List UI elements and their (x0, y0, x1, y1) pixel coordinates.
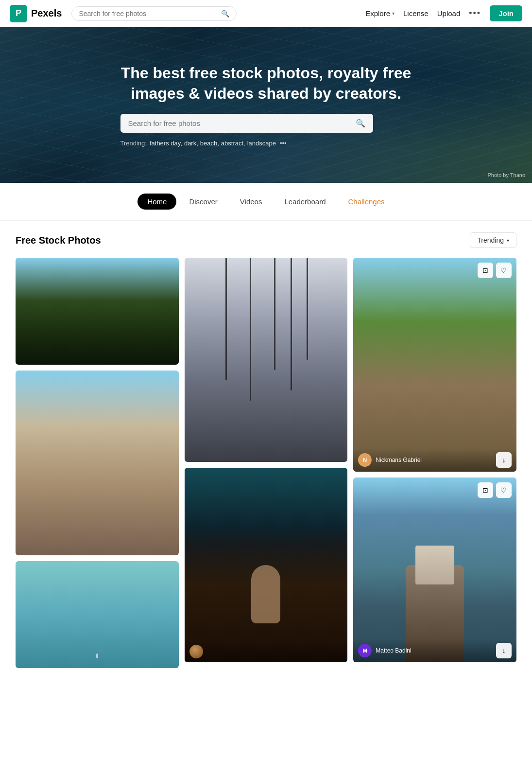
subnav-discover[interactable]: Discover (179, 194, 227, 210)
bookmark-button-coastal[interactable]: ⊡ (478, 482, 493, 498)
heart-icon: ♡ (500, 266, 507, 274)
trending-label: Trending: (120, 140, 147, 147)
navbar-search-container: 🔍 (71, 6, 237, 21)
sort-trending-button[interactable]: Trending ▾ (470, 232, 516, 248)
like-button-hiker[interactable]: ♡ (496, 263, 512, 278)
photo-footer-airport (185, 641, 348, 662)
brand-name: Pexels (31, 8, 62, 19)
author-avatar-hiker: N (358, 453, 372, 467)
author-avatar-airport (189, 645, 203, 658)
author-name-hiker: Nickmans Gabriel (376, 457, 422, 463)
author-name-coastal: Matteo Badini (376, 647, 411, 654)
sort-chevron-icon: ▾ (507, 238, 509, 243)
logo-icon: P (10, 5, 27, 22)
like-button-coastal[interactable]: ♡ (496, 482, 512, 498)
navbar-search-icon: 🔍 (221, 10, 229, 18)
photo-card-forest[interactable] (16, 258, 179, 365)
explore-link[interactable]: Explore ▾ (365, 9, 395, 18)
photo-overlay (16, 258, 179, 365)
download-icon: ↓ (502, 647, 505, 654)
photo-author-airport (189, 645, 203, 658)
section-header: Free Stock Photos Trending ▾ (16, 232, 516, 248)
subnav-challenges[interactable]: Challenges (338, 194, 394, 210)
hero-search-container: 🔍 (120, 114, 373, 133)
author-avatar-coastal: M (358, 644, 372, 657)
photo-overlay (16, 371, 179, 555)
bookmark-icon: ⊡ (482, 486, 488, 494)
trending-item-beach[interactable]: beach, (200, 140, 219, 147)
photo-card-hiker[interactable]: ⊡ ♡ N Nickmans Gabriel ↓ (353, 258, 516, 472)
photo-actions-coastal: ⊡ ♡ (478, 482, 512, 498)
main-content: Free Stock Photos Trending ▾ (0, 221, 532, 680)
photo-card-rock[interactable] (16, 371, 179, 555)
download-button-coastal[interactable]: ↓ (496, 643, 512, 658)
logo-link[interactable]: P Pexels (10, 5, 62, 22)
photo-card-water[interactable] (16, 561, 179, 668)
photo-overlay (16, 561, 179, 668)
photo-footer-coastal: M Matteo Badini ↓ (353, 639, 516, 662)
photo-overlay (353, 258, 516, 472)
trending-links: fathers day, dark, beach, abstract, land… (150, 140, 287, 147)
photo-overlay (185, 258, 348, 462)
bookmark-button-hiker[interactable]: ⊡ (478, 263, 493, 278)
join-button[interactable]: Join (490, 5, 522, 21)
photo-card-coastal[interactable]: ⊡ ♡ M Matteo Badini ↓ (353, 477, 516, 662)
photo-card-gondola[interactable] (185, 258, 348, 462)
trending-more[interactable]: ••• (280, 140, 287, 147)
photo-col-3: ⊡ ♡ N Nickmans Gabriel ↓ (353, 258, 516, 668)
navbar: P Pexels 🔍 Explore ▾ License Upload ••• … (0, 0, 532, 27)
photo-actions-hiker: ⊡ ♡ (478, 263, 512, 278)
subnav-videos[interactable]: Videos (230, 194, 272, 210)
photo-author-coastal: M Matteo Badini (358, 644, 411, 657)
trending-item-fathers-day[interactable]: fathers day, (150, 140, 182, 147)
subnav-leaderboard[interactable]: Leaderboard (275, 194, 335, 210)
navbar-search-input[interactable] (79, 10, 217, 18)
subnav-home[interactable]: Home (137, 194, 176, 210)
photo-author-hiker: N Nickmans Gabriel (358, 453, 422, 467)
photo-card-airport[interactable] (185, 468, 348, 662)
section-title: Free Stock Photos (16, 235, 101, 246)
bookmark-icon: ⊡ (482, 266, 488, 274)
hero-content: The best free stock photos, royalty free… (111, 63, 422, 146)
photo-footer-hiker: N Nickmans Gabriel ↓ (353, 448, 516, 472)
hero-search-input[interactable] (128, 119, 351, 127)
trending-item-abstract[interactable]: abstract, (221, 140, 245, 147)
photo-col-2 (185, 258, 348, 668)
photo-grid: ⊡ ♡ N Nickmans Gabriel ↓ (16, 258, 516, 668)
explore-chevron-icon: ▾ (392, 11, 395, 16)
hero-photo-credit: Photo by Thano (488, 172, 525, 178)
trending-item-dark[interactable]: dark, (184, 140, 198, 147)
hero-trending: Trending: fathers day, dark, beach, abst… (120, 140, 412, 147)
hero-title: The best free stock photos, royalty free… (120, 63, 412, 104)
heart-icon: ♡ (500, 486, 507, 494)
sub-nav: Home Discover Videos Leaderboard Challen… (0, 183, 532, 221)
navbar-right: Explore ▾ License Upload ••• Join (365, 5, 522, 21)
upload-link[interactable]: Upload (437, 9, 461, 18)
more-options-button[interactable]: ••• (469, 8, 481, 18)
license-link[interactable]: License (403, 9, 429, 18)
photo-col-1 (16, 258, 179, 668)
hero-section: The best free stock photos, royalty free… (0, 27, 532, 183)
trending-item-landscape[interactable]: landscape (247, 140, 276, 147)
download-button-hiker[interactable]: ↓ (496, 452, 512, 468)
download-icon: ↓ (502, 456, 505, 464)
hero-search-icon: 🔍 (356, 119, 365, 128)
